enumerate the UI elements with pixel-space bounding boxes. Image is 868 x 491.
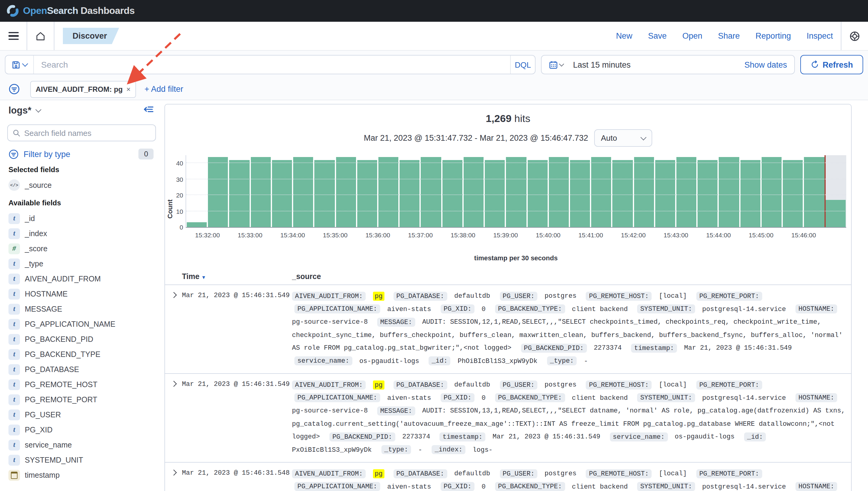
histogram-bar[interactable] <box>676 157 696 227</box>
field-item-_type[interactable]: t_type <box>5 256 156 271</box>
histogram-bar[interactable] <box>378 157 398 227</box>
field-item-PG_USER[interactable]: tPG_USER <box>5 407 156 422</box>
histogram-bar[interactable] <box>315 160 334 227</box>
help-menu-button[interactable] <box>841 22 868 50</box>
field-item-_score[interactable]: #_score <box>5 241 156 256</box>
current-time-marker <box>824 155 825 227</box>
field-name: _index <box>25 229 47 238</box>
histogram-bar[interactable] <box>591 157 611 227</box>
field-item-PG_APPLICATION_NAME[interactable]: tPG_APPLICATION_NAME <box>5 316 156 331</box>
histogram-bar[interactable] <box>570 160 590 227</box>
time-column-header[interactable]: Time▼ <box>182 272 292 281</box>
field-item-_index[interactable]: t_index <box>5 226 156 241</box>
nav-action-share[interactable]: Share <box>718 31 740 40</box>
field-item-PG_REMOTE_HOST[interactable]: tPG_REMOTE_HOST <box>5 377 156 392</box>
histogram-bar[interactable] <box>719 157 739 227</box>
histogram-bar[interactable] <box>357 160 377 227</box>
source-field-value: 2273374 <box>402 433 430 440</box>
histogram-bar[interactable] <box>229 160 249 227</box>
histogram-bar[interactable] <box>187 222 207 227</box>
histogram-bar[interactable] <box>485 160 505 227</box>
source-field-pill: PG_XID: <box>441 393 474 402</box>
source-field-icon: </> <box>8 179 20 191</box>
histogram-bar[interactable] <box>464 157 484 227</box>
histogram-bar[interactable] <box>548 157 569 227</box>
nav-action-save[interactable]: Save <box>648 31 667 40</box>
histogram-bar[interactable] <box>272 160 292 227</box>
histogram-bar[interactable] <box>442 160 462 227</box>
histogram-bar[interactable] <box>655 160 675 227</box>
field-item-PG_DATABASE[interactable]: tPG_DATABASE <box>5 362 156 377</box>
histogram-bar[interactable] <box>336 157 356 227</box>
expand-row-button[interactable] <box>165 290 182 368</box>
opensearch-logo[interactable]: OpenSearchDashboards <box>6 4 135 18</box>
filter-options-button[interactable] <box>5 79 23 99</box>
chevron-right-icon <box>170 469 177 475</box>
expand-row-button[interactable] <box>165 379 182 457</box>
index-pattern-name: logs* <box>8 105 31 116</box>
nav-action-inspect[interactable]: Inspect <box>807 31 833 40</box>
remove-filter-icon[interactable]: × <box>126 85 131 93</box>
field-item-PG_XID[interactable]: tPG_XID <box>5 422 156 437</box>
collapse-sidebar-button[interactable] <box>144 105 154 114</box>
field-item-PG_BACKEND_PID[interactable]: tPG_BACKEND_PID <box>5 331 156 347</box>
field-item-PG_BACKEND_TYPE[interactable]: tPG_BACKEND_TYPE <box>5 347 156 362</box>
show-dates-button[interactable]: Show dates <box>744 60 787 69</box>
histogram-bar[interactable] <box>783 160 803 227</box>
histogram-bar[interactable] <box>613 160 632 227</box>
field-item-timestamp[interactable]: timestamp <box>5 467 156 483</box>
field-item-SYSTEMD_UNIT[interactable]: tSYSTEMD_UNIT <box>5 452 156 467</box>
filter-by-type-label: Filter by type <box>24 149 71 158</box>
field-item-AIVEN_AUDIT_FROM[interactable]: tAIVEN_AUDIT_FROM <box>5 271 156 286</box>
field-search[interactable]: Search field names <box>7 124 156 141</box>
highlighted-value: pg <box>373 469 384 478</box>
hits-label: hits <box>514 113 531 124</box>
source-field-value: client backend <box>572 394 628 401</box>
string-field-icon: t <box>8 319 20 329</box>
time-range-value[interactable]: Last 15 minutes <box>573 60 631 69</box>
nav-action-reporting[interactable]: Reporting <box>756 31 791 40</box>
field-item-MESSAGE[interactable]: tMESSAGE <box>5 301 156 316</box>
home-button[interactable] <box>27 22 54 50</box>
histogram-bar[interactable] <box>400 160 419 227</box>
histogram-bar[interactable] <box>506 157 526 227</box>
histogram-bar[interactable] <box>421 157 441 227</box>
histogram-bar-slot <box>825 155 846 227</box>
saved-query-button[interactable] <box>5 56 34 74</box>
field-item-PG_REMOTE_PORT[interactable]: tPG_REMOTE_PORT <box>5 392 156 407</box>
histogram-bar-slot <box>207 155 228 227</box>
filter-pill[interactable]: AIVEN_AUDIT_FROM: pg × <box>30 81 136 97</box>
index-pattern-select[interactable]: logs* <box>8 105 156 116</box>
field-item-_source[interactable]: </>_source <box>5 178 156 193</box>
histogram-bar[interactable] <box>825 200 845 227</box>
add-filter-button[interactable]: + Add filter <box>144 85 183 94</box>
nav-action-new[interactable]: New <box>616 31 632 40</box>
interval-select[interactable]: Auto <box>594 129 652 147</box>
field-item-HOSTNAME[interactable]: tHOSTNAME <box>5 286 156 301</box>
histogram-bar[interactable] <box>740 160 760 227</box>
nav-action-open[interactable]: Open <box>682 31 702 40</box>
histogram-bar[interactable] <box>527 160 547 227</box>
query-language-button[interactable]: DQL <box>510 56 535 74</box>
histogram-bar[interactable] <box>634 157 654 227</box>
histogram-bar-slot <box>655 155 676 227</box>
histogram-bar[interactable] <box>698 160 718 227</box>
field-name: PG_BACKEND_TYPE <box>25 350 100 358</box>
histogram-bar[interactable] <box>293 157 313 227</box>
histogram-bar[interactable] <box>804 157 824 227</box>
menu-button[interactable] <box>0 22 27 50</box>
filter-by-type[interactable]: Filter by type 0 <box>8 149 156 160</box>
field-item-_id[interactable]: t_id <box>5 211 156 226</box>
expand-row-button[interactable] <box>165 467 182 491</box>
search-input[interactable] <box>34 56 510 74</box>
source-field-pill: SYSTEMD_UNIT: <box>637 393 695 402</box>
refresh-button[interactable]: Refresh <box>800 55 863 74</box>
date-quick-select-button[interactable] <box>542 60 571 69</box>
nav-bar: Discover NewSaveOpenShareReportingInspec… <box>0 22 868 51</box>
histogram-bar[interactable] <box>762 157 782 227</box>
histogram-bar[interactable] <box>250 157 271 227</box>
hits-count: 1,269 hits <box>165 113 851 125</box>
histogram-bar[interactable] <box>208 157 228 227</box>
field-item-service_name[interactable]: tservice_name <box>5 437 156 452</box>
breadcrumb[interactable]: Discover <box>63 28 119 44</box>
